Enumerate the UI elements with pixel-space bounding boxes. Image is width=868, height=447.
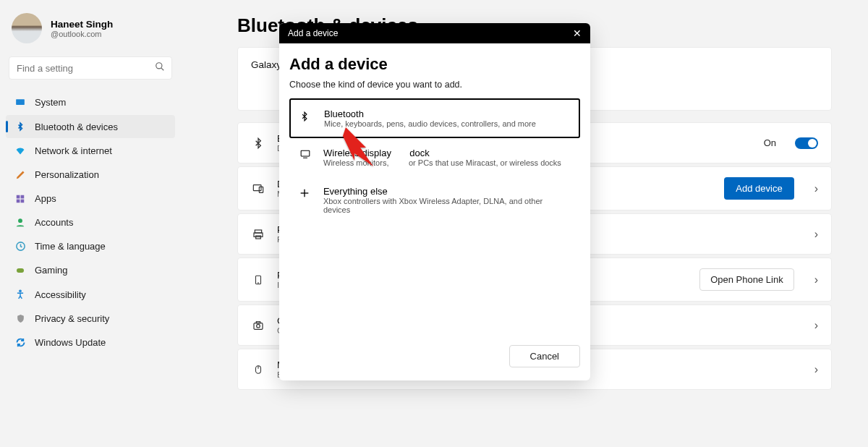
search-input[interactable] bbox=[9, 56, 172, 80]
sidebar-item-time[interactable]: Time & language bbox=[6, 235, 175, 257]
sidebar-item-label: Bluetooth & devices bbox=[35, 122, 118, 132]
open-phone-link-button[interactable]: Open Phone Link bbox=[699, 268, 793, 291]
sidebar-item-label: Personalization bbox=[35, 169, 99, 180]
chevron-right-icon: › bbox=[814, 319, 818, 332]
profile-email: @outlook.com bbox=[51, 30, 113, 38]
add-device-dialog: Add a device ✕ Add a device Choose the k… bbox=[279, 23, 590, 380]
sidebar-item-privacy[interactable]: Privacy & security bbox=[6, 307, 175, 330]
svg-rect-5 bbox=[17, 199, 20, 203]
sidebar-item-label: Accounts bbox=[35, 217, 73, 228]
sidebar-item-label: System bbox=[35, 97, 66, 108]
sidebar-item-gaming[interactable]: Gaming bbox=[6, 259, 175, 281]
svg-rect-2 bbox=[16, 99, 25, 105]
privacy-icon bbox=[14, 313, 26, 324]
apps-icon bbox=[14, 194, 26, 204]
camera-icon bbox=[251, 320, 265, 331]
profile-block[interactable]: Haneet Singh @outlook.com bbox=[6, 13, 175, 54]
svg-rect-4 bbox=[21, 195, 25, 198]
plus-icon bbox=[299, 186, 313, 199]
option-everything-else[interactable]: Everything else Xbox controllers with Xb… bbox=[289, 176, 580, 224]
svg-line-1 bbox=[161, 68, 163, 70]
option-bluetooth-title: Bluetooth bbox=[324, 108, 536, 119]
option-bluetooth[interactable]: Bluetooth Mice, keyboards, pens, audio d… bbox=[289, 98, 580, 138]
sidebar-item-network[interactable]: Network & internet bbox=[6, 140, 175, 162]
chevron-right-icon: › bbox=[814, 273, 818, 286]
profile-name: Haneet Singh bbox=[51, 19, 113, 30]
option-wireless-display[interactable]: Wireless display dock Wireless monitors,… bbox=[289, 138, 580, 176]
phone-icon bbox=[251, 273, 265, 286]
svg-rect-11 bbox=[253, 184, 261, 190]
avatar bbox=[12, 13, 42, 43]
svg-rect-3 bbox=[17, 195, 20, 198]
printer-icon bbox=[251, 229, 265, 240]
option-everything-title: Everything else bbox=[323, 186, 571, 197]
svg-point-7 bbox=[18, 218, 22, 223]
search-box[interactable] bbox=[9, 56, 172, 80]
search-icon bbox=[155, 61, 165, 72]
chevron-right-icon: › bbox=[814, 182, 818, 195]
svg-rect-9 bbox=[17, 268, 24, 273]
sidebar-item-apps[interactable]: Apps bbox=[6, 187, 175, 210]
network-icon bbox=[14, 146, 26, 156]
chevron-right-icon: › bbox=[814, 363, 818, 376]
update-icon bbox=[14, 337, 26, 348]
option-wireless-title: Wireless display dock bbox=[323, 148, 561, 158]
add-device-button[interactable]: Add device bbox=[724, 177, 793, 200]
cancel-button[interactable]: Cancel bbox=[509, 345, 580, 367]
accessibility-icon bbox=[14, 289, 26, 300]
svg-point-10 bbox=[20, 290, 21, 291]
sidebar-item-label: Gaming bbox=[35, 265, 68, 276]
close-icon[interactable]: ✕ bbox=[573, 27, 582, 39]
sidebar-item-label: Apps bbox=[35, 193, 56, 204]
mouse-icon bbox=[251, 363, 265, 376]
nav-list: SystemBluetooth & devicesNetwork & inter… bbox=[6, 91, 175, 354]
sidebar-item-update[interactable]: Windows Update bbox=[6, 331, 175, 354]
sidebar-item-label: Time & language bbox=[35, 241, 106, 252]
sidebar-item-label: Accessibility bbox=[35, 289, 86, 300]
personalization-icon bbox=[14, 169, 26, 180]
svg-rect-20 bbox=[256, 321, 260, 323]
toggle-on-label: On bbox=[764, 137, 776, 148]
sidebar-item-label: Network & internet bbox=[35, 145, 112, 156]
dialog-window-title: Add a device bbox=[288, 28, 338, 38]
time-icon bbox=[14, 241, 26, 252]
sidebar: Haneet Singh @outlook.com SystemBluetoot… bbox=[0, 0, 181, 447]
bluetooth-toggle[interactable] bbox=[795, 137, 818, 149]
dialog-heading: Add a device bbox=[289, 55, 580, 74]
sidebar-item-system[interactable]: System bbox=[6, 91, 175, 114]
accounts-icon bbox=[14, 217, 26, 228]
svg-rect-13 bbox=[255, 230, 261, 233]
system-icon bbox=[14, 98, 26, 108]
devices-icon bbox=[251, 183, 265, 195]
svg-point-0 bbox=[156, 63, 162, 69]
svg-rect-15 bbox=[256, 236, 261, 239]
sidebar-item-label: Windows Update bbox=[35, 337, 106, 348]
svg-point-19 bbox=[257, 324, 260, 328]
option-everything-desc: Xbox controllers with Xbox Wireless Adap… bbox=[323, 197, 571, 214]
dialog-subtitle: Choose the kind of device you want to ad… bbox=[289, 80, 580, 90]
gaming-icon bbox=[14, 266, 26, 275]
chevron-right-icon: › bbox=[814, 228, 818, 241]
bluetooth-icon bbox=[251, 136, 265, 150]
bluetooth-icon bbox=[299, 108, 314, 123]
svg-rect-23 bbox=[301, 150, 310, 156]
sidebar-item-accessibility[interactable]: Accessibility bbox=[6, 283, 175, 306]
option-wireless-desc: Wireless monitors, or PCs that use Mirac… bbox=[323, 158, 561, 167]
sidebar-item-personalization[interactable]: Personalization bbox=[6, 163, 175, 186]
svg-rect-6 bbox=[21, 199, 25, 203]
option-bluetooth-desc: Mice, keyboards, pens, audio devices, co… bbox=[324, 119, 536, 128]
sidebar-item-accounts[interactable]: Accounts bbox=[6, 211, 175, 234]
monitor-icon bbox=[299, 148, 313, 159]
sidebar-item-label: Privacy & security bbox=[35, 313, 109, 324]
sidebar-item-bluetooth[interactable]: Bluetooth & devices bbox=[6, 115, 175, 138]
dialog-titlebar: Add a device ✕ bbox=[279, 23, 590, 43]
bluetooth-icon bbox=[14, 121, 26, 132]
